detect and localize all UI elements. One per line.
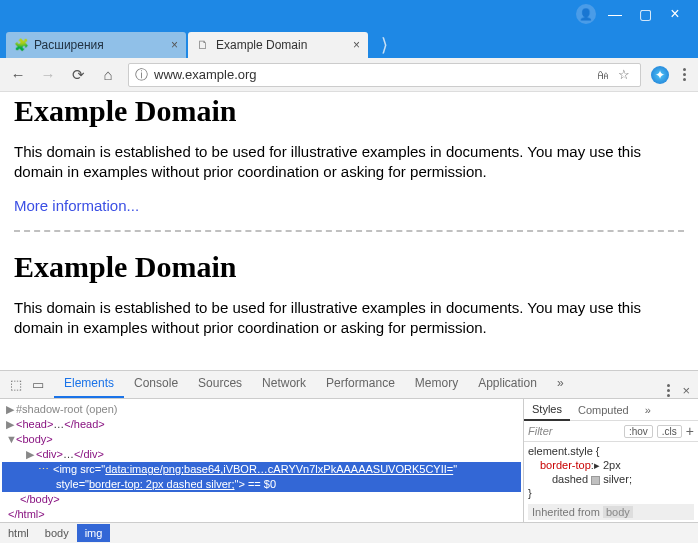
color-swatch[interactable]	[591, 476, 600, 485]
crumb-body[interactable]: body	[37, 524, 77, 542]
page-heading: Example Domain	[14, 250, 684, 284]
tab-console[interactable]: Console	[124, 370, 188, 398]
forward-button[interactable]: →	[38, 66, 58, 83]
minimize-button[interactable]: —	[600, 3, 630, 25]
address-input[interactable]: ⓘ www.example.org 🗛 ☆	[128, 63, 641, 87]
more-info-link[interactable]: More information...	[14, 197, 139, 214]
tab-elements[interactable]: Elements	[54, 370, 124, 398]
tab-network[interactable]: Network	[252, 370, 316, 398]
page-icon: 🗋	[196, 38, 210, 52]
tab-application[interactable]: Application	[468, 370, 547, 398]
translate-icon[interactable]: 🗛	[596, 67, 612, 82]
back-button[interactable]: ←	[8, 66, 28, 83]
filter-input[interactable]: Filter	[528, 425, 620, 437]
tab-title: Расширения	[34, 38, 167, 52]
close-button[interactable]: ×	[660, 3, 690, 25]
extension-icon[interactable]: ✦	[651, 66, 669, 84]
tab-sources[interactable]: Sources	[188, 370, 252, 398]
devtools-header: ⬚ ▭ Elements Console Sources Network Per…	[0, 370, 698, 398]
devtools-close-icon[interactable]: ×	[682, 383, 690, 398]
hov-toggle[interactable]: :hov	[624, 425, 653, 438]
maximize-button[interactable]: ▢	[630, 3, 660, 25]
add-rule-button[interactable]: +	[686, 423, 694, 439]
info-icon[interactable]: ⓘ	[135, 66, 148, 84]
home-button[interactable]: ⌂	[98, 66, 118, 83]
tab-memory[interactable]: Memory	[405, 370, 468, 398]
tab-performance[interactable]: Performance	[316, 370, 405, 398]
breadcrumb: html body img	[0, 522, 698, 543]
cls-toggle[interactable]: .cls	[657, 425, 682, 438]
tab-more[interactable]: »	[547, 370, 574, 398]
tab-example-domain[interactable]: 🗋 Example Domain ×	[188, 32, 368, 58]
device-icon[interactable]: ▭	[32, 377, 44, 392]
page-paragraph: This domain is established to be used fo…	[14, 298, 684, 339]
reload-button[interactable]: ⟳	[68, 66, 88, 84]
close-icon[interactable]: ×	[353, 38, 360, 52]
user-icon[interactable]: 👤	[576, 4, 596, 24]
css-rules[interactable]: element.style { border-top:▸ 2px dashed …	[524, 442, 698, 522]
tab-title: Example Domain	[216, 38, 349, 52]
inspect-icon[interactable]: ⬚	[10, 377, 22, 392]
devtools-menu[interactable]	[663, 384, 674, 397]
url-text: www.example.org	[154, 67, 590, 82]
computed-tab[interactable]: Computed	[570, 400, 637, 420]
styles-panel: Styles Computed » Filter :hov .cls + ele…	[523, 399, 698, 522]
page-heading: Example Domain	[14, 94, 684, 128]
page-paragraph: This domain is established to be used fo…	[14, 142, 684, 183]
page-content: Example Domain This domain is establishe…	[0, 92, 698, 370]
tab-extensions[interactable]: 🧩 Расширения ×	[6, 32, 186, 58]
tab-strip: 🧩 Расширения × 🗋 Example Domain × ⟩	[0, 28, 698, 58]
new-tab-button[interactable]: ⟩	[374, 35, 394, 55]
bookmark-icon[interactable]: ☆	[618, 67, 634, 82]
address-bar: ← → ⟳ ⌂ ⓘ www.example.org 🗛 ☆ ✦	[0, 58, 698, 92]
window-titlebar: 👤 — ▢ ×	[0, 0, 698, 28]
close-icon[interactable]: ×	[171, 38, 178, 52]
crumb-img[interactable]: img	[77, 524, 111, 542]
menu-button[interactable]	[679, 68, 690, 81]
styles-tab[interactable]: Styles	[524, 399, 570, 421]
devtools-tabs: Elements Console Sources Network Perform…	[54, 370, 655, 398]
more-tab[interactable]: »	[637, 400, 659, 420]
puzzle-icon: 🧩	[14, 38, 28, 52]
separator-image	[14, 230, 684, 232]
devtools-body: ▶#shadow-root (open) ▶<head>…</head> ▼<b…	[0, 398, 698, 522]
dom-tree[interactable]: ▶#shadow-root (open) ▶<head>…</head> ▼<b…	[0, 399, 523, 522]
crumb-html[interactable]: html	[0, 524, 37, 542]
selected-node[interactable]: ⋯<img src="data:image/png;base64,iVBOR…c…	[2, 462, 521, 477]
